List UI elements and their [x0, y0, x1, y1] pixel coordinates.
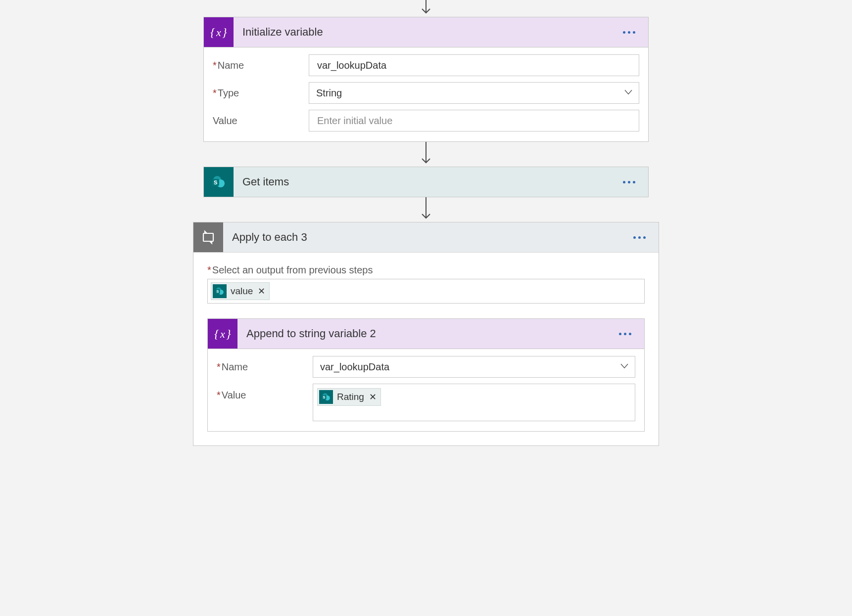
step-apply-to-each: Apply to each 3 *Select an output from p… [193, 222, 659, 446]
svg-text:S: S [217, 290, 219, 294]
svg-text:}: } [222, 26, 227, 39]
select-output-label: *Select an output from previous steps [207, 264, 645, 276]
step-body: *Select an output from previous steps S … [193, 253, 659, 445]
loop-icon [193, 222, 223, 252]
value-input[interactable] [316, 115, 632, 127]
svg-text:x: x [220, 328, 225, 340]
step-get-items: S Get items [203, 167, 649, 197]
svg-text:x: x [216, 26, 221, 39]
chevron-down-icon [620, 361, 629, 370]
flow-arrow [420, 142, 432, 167]
flow-arrow [420, 197, 432, 222]
dynamic-token-rating[interactable]: S Rating ✕ [317, 388, 381, 406]
step-header[interactable]: Apply to each 3 [193, 222, 659, 253]
dynamic-token-value[interactable]: S value ✕ [211, 282, 270, 300]
step-menu-button[interactable] [621, 179, 637, 185]
step-menu-button[interactable] [631, 234, 648, 241]
step-header[interactable]: S Get items [204, 167, 648, 197]
svg-text:S: S [323, 396, 326, 399]
token-remove[interactable]: ✕ [257, 286, 265, 297]
type-select[interactable]: String [309, 82, 639, 104]
step-title: Get items [242, 176, 612, 188]
name-input-wrapper[interactable] [309, 54, 639, 76]
select-output-field[interactable]: S value ✕ [207, 279, 645, 304]
value-input-wrapper[interactable] [309, 110, 639, 132]
sharepoint-icon: S [213, 284, 227, 298]
type-select-value: String [316, 88, 342, 99]
step-body: *Name var_lookupData *Value [208, 349, 644, 431]
step-body: *Name *Type String Value [204, 47, 648, 141]
token-remove[interactable]: ✕ [368, 392, 377, 402]
step-header[interactable]: { x } Append to string variable 2 [208, 319, 644, 349]
field-label-type: *Type [213, 88, 300, 99]
svg-text:}: } [226, 327, 231, 340]
svg-text:{: { [214, 327, 219, 340]
sharepoint-icon: S [204, 167, 234, 197]
field-label-value: Value [213, 115, 300, 127]
svg-text:{: { [210, 26, 215, 39]
name-input[interactable] [316, 59, 632, 72]
step-menu-button[interactable] [617, 331, 633, 337]
flow-arrow [420, 0, 432, 17]
step-menu-button[interactable] [621, 29, 637, 36]
step-initialize-variable: { x } Initialize variable *Name *Type St… [203, 17, 649, 142]
sharepoint-icon: S [319, 390, 333, 404]
step-append-string-variable: { x } Append to string variable 2 *Name … [207, 318, 645, 432]
flow-canvas: { x } Initialize variable *Name *Type St… [0, 0, 852, 616]
step-title: Initialize variable [242, 26, 612, 39]
step-header[interactable]: { x } Initialize variable [204, 17, 648, 47]
token-label: value [231, 286, 253, 297]
step-title: Append to string variable 2 [246, 327, 608, 340]
field-label-name: *Name [213, 60, 300, 71]
svg-rect-10 [203, 233, 213, 241]
variable-icon: { x } [204, 17, 234, 47]
svg-text:S: S [214, 179, 217, 185]
token-label: Rating [337, 392, 364, 402]
field-label-value: *Value [217, 384, 304, 401]
step-title: Apply to each 3 [232, 231, 622, 244]
chevron-down-icon [624, 88, 633, 96]
field-label-name: *Name [217, 361, 304, 373]
name-select-value: var_lookupData [320, 361, 389, 373]
name-select[interactable]: var_lookupData [313, 356, 635, 378]
value-field[interactable]: S Rating ✕ [313, 384, 635, 421]
variable-icon: { x } [208, 319, 237, 349]
